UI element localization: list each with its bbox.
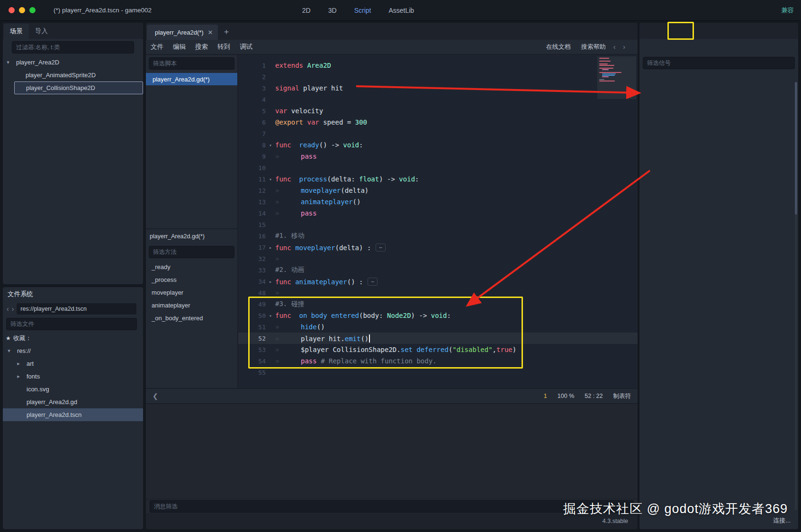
tree-expand-icon[interactable]: ▸ [15,361,22,367]
scene-filter-input[interactable] [12,41,134,54]
mode-tab-2d[interactable]: 2D [299,7,311,14]
file-tree-item[interactable]: ▸art [3,357,143,370]
code-line[interactable]: 12»moveplayer(delta) [238,185,638,196]
indent-mode[interactable]: 制表符 [613,392,631,400]
script-tab[interactable]: playerr_Area2d(*) ✕ [147,25,218,40]
current-path[interactable]: res://playerr_Area2d.tscn [17,303,136,315]
fold-toggle-icon[interactable]: ▾ [266,143,275,148]
renderer-dropdown[interactable]: 兼容 [781,6,796,15]
tree-expand-icon[interactable]: ▾ [6,348,12,354]
menu-转到[interactable]: 转到 [217,43,230,51]
tree-expand-icon[interactable]: ▸ [15,373,22,379]
mode-tab-3d[interactable]: 3D [325,7,337,14]
code-line[interactable]: 1extends Area2D [238,60,638,71]
code-line[interactable]: 16#1. 移动 [238,230,638,242]
toggle-scripts-panel-icon[interactable]: ❮ [153,392,158,400]
line-number: 14 [250,210,266,217]
code-line[interactable]: 50▾func _on_body_entered(body: Node2D) -… [238,310,638,321]
fold-toggle-icon[interactable]: ▸ [266,279,275,284]
scripts-filter-input[interactable] [149,57,234,70]
scene-dock-tab-导入[interactable]: 导入 [29,24,54,39]
fold-toggle-icon[interactable]: ▸ [266,245,275,250]
code-line[interactable]: 34▸func animateplayer() :⋯ [238,276,638,287]
nav-back-icon[interactable]: ‹ [7,305,9,313]
search-help-button[interactable]: 搜索帮助 [578,43,606,51]
code-line[interactable]: 48» [238,287,638,298]
code-line[interactable]: 49#3. 碰撞 [238,298,638,310]
file-tree-item[interactable]: playerr_Area2d.tscn [3,408,143,421]
code-line[interactable]: 55 [238,367,638,378]
code-text: » [275,289,638,297]
close-window-button[interactable] [9,7,15,13]
zoom-level[interactable]: 100 % [558,393,574,399]
menu-搜索[interactable]: 搜索 [195,43,208,51]
version-label[interactable]: 4.3.stable [603,518,628,524]
code-line[interactable]: 52»player_hit.emit() [238,333,638,344]
mode-tab-script[interactable]: Script [351,7,371,14]
line-number: 16 [250,233,266,240]
folded-code-chip[interactable]: ⋯ [368,278,378,286]
code-line[interactable]: 33#2. 动画 [238,264,638,276]
code-line[interactable]: 17▸func moveplayer(delta) :⋯ [238,242,638,253]
methods-filter-input[interactable] [149,246,234,258]
code-line[interactable]: 14»pass [238,207,638,219]
close-tab-icon[interactable]: ✕ [208,29,213,36]
code-line[interactable]: 32» [238,253,638,264]
code-line[interactable]: 13»animateplayer() [238,196,638,207]
method-list-item[interactable]: _on_body_entered [146,312,237,325]
line-number: 13 [250,198,266,206]
mode-tab-assetlib[interactable]: AssetLib [385,7,414,14]
file-tree-item[interactable]: ▸fonts [3,370,143,383]
warning-count[interactable]: 1 [541,393,547,399]
scene-dock-tab-场景[interactable]: 场景 [4,24,29,39]
minimize-window-button[interactable] [19,7,25,13]
script-list-item[interactable]: playerr_Area2d.gd(*) [146,73,237,85]
message-filter-input[interactable] [150,500,634,513]
signals-filter-input[interactable] [643,57,795,69]
file-tree-item[interactable]: ▾res:// [3,344,143,357]
code-line[interactable]: 6@export var speed = 300 [238,117,638,128]
code-status-bar: ❮ 1 100 % 52 : 22 制表符 [146,388,638,403]
scene-tree-node[interactable]: player_CollisionShape2D [14,81,143,94]
mode-tab-label: Script [354,7,371,14]
code-line[interactable]: 54»pass # Replace with function body. [238,355,638,367]
code-line[interactable]: 7 [238,128,638,139]
method-list-item[interactable]: _process [146,273,237,286]
method-list-item[interactable]: animateplayer [146,299,237,312]
filesystem-filter-input[interactable] [6,318,137,330]
code-line[interactable]: 4 [238,94,638,105]
code-line[interactable]: 9»pass [238,151,638,162]
tree-expand-icon[interactable]: ▾ [5,59,11,65]
fold-toggle-icon[interactable]: ▾ [266,313,275,318]
code-line[interactable]: 5var velocity [238,105,638,117]
menu-编辑[interactable]: 编辑 [173,43,186,51]
history-forward-icon[interactable]: › [623,43,625,51]
online-docs-button[interactable]: 在线文档 [543,43,571,51]
code-minimap[interactable] [597,56,636,99]
code-line[interactable]: 15 [238,219,638,230]
code-line[interactable]: 2 [238,71,638,82]
method-list-item[interactable]: moveplayer [146,286,237,299]
code-line[interactable]: 53»$player_CollisionShape2D.set_deferred… [238,344,638,355]
new-tab-button[interactable]: ＋ [218,26,235,37]
code-line[interactable]: 51»hide() [238,321,638,333]
code-editor[interactable]: 1extends Area2D23signal player_hit45var … [238,55,638,388]
zoom-window-button[interactable] [29,7,36,13]
code-line[interactable]: 8▾func _ready() -> void: [238,139,638,151]
code-line[interactable]: 3signal player_hit [238,82,638,94]
menu-调试[interactable]: 调试 [240,43,252,51]
menu-文件[interactable]: 文件 [151,43,163,51]
fold-toggle-icon[interactable]: ▾ [266,177,275,182]
folded-code-chip[interactable]: ⋯ [376,243,386,252]
method-list-item[interactable]: _ready [146,261,237,273]
nav-forward-icon[interactable]: › [12,305,14,313]
file-tree-item[interactable]: icon.svg [3,383,143,396]
history-back-icon[interactable]: ‹ [613,43,616,51]
scene-tree-node[interactable]: player_AnimatedSprite2D [14,69,143,81]
scene-tree-node[interactable]: ▾playerr_Area2D [5,56,143,69]
scrollbar[interactable] [795,82,797,510]
code-line[interactable]: 10 [238,162,638,173]
file-tree-item[interactable]: playerr_Area2d.gd [3,396,143,408]
favorites-row[interactable]: ★收藏： [6,332,143,344]
code-line[interactable]: 11▾func _process(delta: float) -> void: [238,173,638,185]
